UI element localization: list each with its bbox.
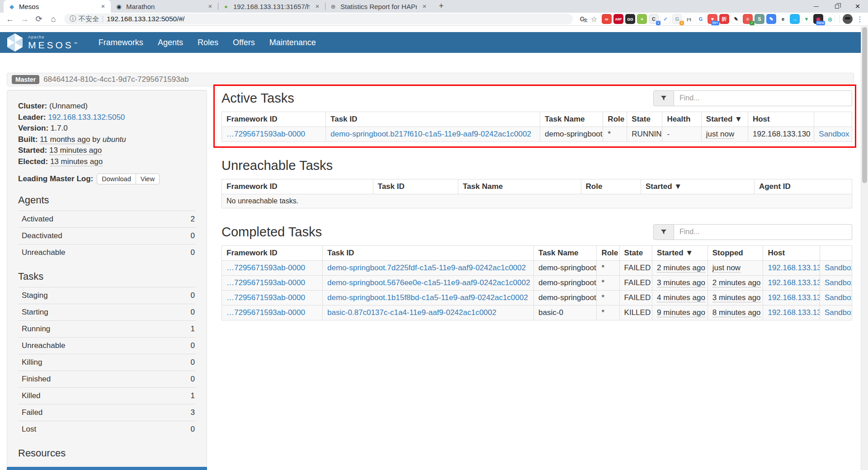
sandbox-link[interactable]: Sandbox <box>825 308 852 317</box>
framework-id-link[interactable]: …7295671593ab-0000 <box>226 130 305 138</box>
ext-translate[interactable]: G <box>696 14 706 24</box>
page-scrollbar[interactable] <box>861 26 868 470</box>
framework-id-link[interactable]: …7295671593ab-0000 <box>226 263 305 272</box>
minimize-button[interactable] <box>806 0 826 13</box>
leader-value[interactable]: 192.168.133.132:5050 <box>48 113 125 122</box>
tab-close-icon[interactable]: × <box>99 2 107 10</box>
find-input[interactable] <box>674 224 852 240</box>
close-button[interactable]: × <box>847 0 868 13</box>
ext-drive-down[interactable]: ▼ <box>802 14 811 24</box>
address-bar[interactable]: ⓘ 不安全 192.168.133.132:5050/#/ <box>64 14 573 24</box>
ext-camera-new[interactable]: ◉New <box>813 14 823 24</box>
ext-braces[interactable]: {≡} <box>684 14 694 24</box>
ext-e-mark[interactable]: e <box>778 14 788 24</box>
column-header-role[interactable]: Role <box>581 179 641 194</box>
column-header-started[interactable]: Started ▼ <box>652 246 708 261</box>
column-header-state[interactable]: State <box>627 112 662 127</box>
reload-button[interactable]: ⟳ <box>32 14 46 24</box>
back-button[interactable]: ← <box>3 14 17 24</box>
ext-share-arrow[interactable]: → <box>790 14 800 24</box>
tab-mesos[interactable]: ◆Mesos× <box>4 0 111 13</box>
ext-s-square[interactable]: S <box>755 14 764 24</box>
restore-button[interactable] <box>826 0 847 13</box>
task-id-link[interactable]: demo-springboot.7d225fdf-c1a5-11e9-aaf9-… <box>327 263 526 272</box>
sandbox-link[interactable]: Sandbox <box>825 263 852 272</box>
view-log-button[interactable]: View <box>136 174 160 184</box>
column-header-state[interactable]: State <box>619 246 652 261</box>
ext-doc-edit[interactable]: ✎ <box>766 14 776 24</box>
tab-marathon[interactable]: ◉Marathon× <box>111 0 218 13</box>
column-header-started[interactable]: Started ▼ <box>701 112 748 127</box>
host-link[interactable]: 192.168.133.131 <box>768 263 820 272</box>
ext-adblock-plus[interactable]: ABP <box>613 14 623 24</box>
column-header-task-id[interactable]: Task ID <box>326 112 540 127</box>
forward-button[interactable]: → <box>17 14 32 24</box>
task-id-link[interactable]: basic-0.87c0137c-c1a4-11e9-aaf9-0242ac1c… <box>327 308 496 317</box>
column-header-role[interactable]: Role <box>603 112 627 127</box>
tab-haproxy-stats[interactable]: ⊕Statistics Report for HAProxy× <box>325 0 432 13</box>
column-header-sandbox[interactable] <box>814 112 852 127</box>
column-header-framework-id[interactable]: Framework ID <box>222 246 323 261</box>
column-header-sandbox[interactable] <box>820 246 852 261</box>
ext-g-loop[interactable]: G1 <box>672 14 682 24</box>
nav-item-frameworks[interactable]: Frameworks <box>91 38 151 47</box>
task-id-link[interactable]: demo-springboot.b217f610-c1a5-11e9-aaf9-… <box>330 130 531 138</box>
mesos-brand[interactable]: Apache MESOS™ <box>6 33 80 52</box>
new-tab-button[interactable]: + <box>435 0 448 13</box>
page-info-icon[interactable]: ⓘ <box>70 15 76 23</box>
column-header-stopped[interactable]: Stopped <box>708 246 763 261</box>
column-header-task-name[interactable]: Task Name <box>540 112 603 127</box>
column-header-task-id[interactable]: Task ID <box>373 179 458 194</box>
sandbox-link[interactable]: Sandbox <box>825 293 852 302</box>
bookmark-star-icon[interactable]: ☆ <box>588 15 600 24</box>
tab-close-icon[interactable]: × <box>420 2 429 10</box>
column-header-agent-id[interactable]: Agent ID <box>754 179 852 194</box>
nav-item-roles[interactable]: Roles <box>190 38 226 47</box>
column-header-framework-id[interactable]: Framework ID <box>222 112 326 127</box>
ext-zhe-coupon[interactable]: 折 <box>719 14 729 24</box>
home-button[interactable]: ⌂ <box>46 14 61 24</box>
column-header-host[interactable]: Host <box>763 246 820 261</box>
column-header-role[interactable]: Role <box>597 246 619 261</box>
column-header-task-name[interactable]: Task Name <box>534 246 597 261</box>
ext-check-circle[interactable]: ✓ <box>660 14 670 24</box>
column-header-framework-id[interactable]: Framework ID <box>222 179 373 194</box>
ext-heart-badge[interactable]: ♥99+ <box>708 14 717 24</box>
nav-item-maintenance[interactable]: Maintenance <box>262 38 323 47</box>
ext-person-pen[interactable]: ✎ <box>731 14 741 24</box>
download-log-button[interactable]: Download <box>97 174 136 184</box>
host-link[interactable]: 192.168.133.130 <box>768 308 820 317</box>
framework-id-link[interactable]: …7295671593ab-0000 <box>226 308 305 317</box>
tab-close-icon[interactable]: × <box>313 2 321 10</box>
host-link[interactable]: 192.168.133.130 <box>768 278 820 287</box>
column-header-task-id[interactable]: Task ID <box>323 246 534 261</box>
nav-item-offers[interactable]: Offers <box>226 38 262 47</box>
column-header-started[interactable]: Started ▼ <box>641 179 754 194</box>
framework-id-link[interactable]: …7295671593ab-0000 <box>226 278 305 287</box>
nav-item-agents[interactable]: Agents <box>151 38 190 47</box>
ext-web-sphere[interactable]: ◎ <box>825 14 835 24</box>
framework-id-link[interactable]: …7295671593ab-0000 <box>226 293 305 302</box>
tab-springboot-hello[interactable]: ●192.168.133.131:31657/hello w× <box>218 0 325 13</box>
find-input[interactable] <box>674 90 852 106</box>
sandbox-link[interactable]: Sandbox <box>819 130 849 138</box>
ext-dark-eyes[interactable]: oo <box>625 14 635 24</box>
profile-avatar[interactable] <box>843 14 853 24</box>
task-id-link[interactable]: demo-springboot.1b15f8bd-c1a5-11e9-aaf9-… <box>327 293 528 302</box>
host-link[interactable]: 192.168.133.130 <box>768 293 820 302</box>
task-id-link[interactable]: demo-springboot.5676ee0e-c1a5-11e9-aaf9-… <box>327 278 530 287</box>
column-header-task-name[interactable]: Task Name <box>458 179 581 194</box>
filter-button[interactable] <box>653 90 674 106</box>
column-header-host[interactable]: Host <box>748 112 814 127</box>
filter-button[interactable] <box>653 224 674 240</box>
tab-close-icon[interactable]: × <box>206 2 214 10</box>
browser-menu-icon[interactable]: ⋮ <box>854 15 865 24</box>
ext-cat[interactable]: C1 <box>649 14 659 24</box>
sandbox-link[interactable]: Sandbox <box>825 278 852 287</box>
translate-icon[interactable]: G文 <box>576 15 588 23</box>
column-header-health[interactable]: Health <box>662 112 701 127</box>
ext-green-plus[interactable]: + <box>637 14 647 24</box>
ext-infinity[interactable]: ∞ <box>602 14 612 24</box>
scrollbar-thumb[interactable] <box>862 27 867 183</box>
ext-notes[interactable]: ≡✓ <box>743 14 753 24</box>
